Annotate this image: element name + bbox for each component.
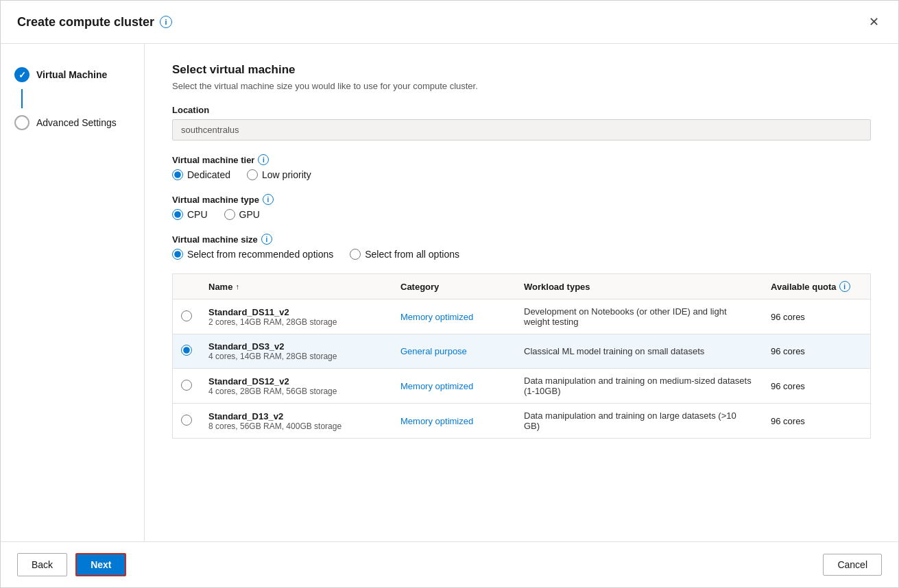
table-row[interactable]: Standard_D13_v2 8 cores, 56GB RAM, 400GB… bbox=[173, 404, 870, 438]
table-header: Name ↑ Category Workload types Available… bbox=[173, 274, 870, 299]
vm-type-radio-group: CPU GPU bbox=[172, 209, 871, 220]
row2-radio[interactable] bbox=[181, 345, 192, 356]
location-label: Location bbox=[172, 105, 871, 115]
row1-workload: Development on Notebooks (or other IDE) … bbox=[516, 306, 763, 327]
sidebar-connector bbox=[21, 89, 23, 108]
vm-type-gpu-radio[interactable] bbox=[224, 209, 235, 220]
vm-type-cpu-radio[interactable] bbox=[172, 209, 183, 220]
vm-size-recommended[interactable]: Select from recommended options bbox=[172, 249, 333, 260]
vm-tier-radio-group: Dedicated Low priority bbox=[172, 169, 871, 180]
row1-category[interactable]: Memory optimized bbox=[392, 312, 516, 322]
vm-size-info-icon[interactable]: i bbox=[261, 234, 272, 245]
row2-workload: Classical ML model training on small dat… bbox=[516, 346, 763, 356]
vm-size-label: Virtual machine size i bbox=[172, 234, 871, 245]
vm-type-gpu-label: GPU bbox=[239, 209, 260, 220]
row3-category[interactable]: Memory optimized bbox=[392, 381, 516, 391]
vm-size-all[interactable]: Select from all options bbox=[350, 249, 459, 260]
sidebar: ✓ Virtual Machine Advanced Settings bbox=[1, 44, 145, 541]
footer-left-actions: Back Next bbox=[17, 553, 126, 576]
col-quota: Available quota i bbox=[763, 281, 872, 292]
vm-tier-dedicated-radio[interactable] bbox=[172, 169, 183, 180]
step-circle-2 bbox=[14, 115, 29, 130]
vm-tier-label: Virtual machine tier i bbox=[172, 154, 871, 165]
row1-name: Standard_DS11_v2 2 cores, 14GB RAM, 28GB… bbox=[200, 307, 392, 327]
row1-select[interactable] bbox=[173, 310, 200, 323]
col-workload: Workload types bbox=[516, 281, 763, 292]
vm-size-options: Select from recommended options Select f… bbox=[172, 249, 871, 260]
main-content: Select virtual machine Select the virtua… bbox=[145, 44, 898, 541]
row4-radio[interactable] bbox=[181, 415, 192, 426]
row3-quota: 96 cores bbox=[763, 381, 872, 391]
vm-type-cpu[interactable]: CPU bbox=[172, 209, 208, 220]
location-input: southcentralus bbox=[172, 119, 871, 140]
row3-radio[interactable] bbox=[181, 380, 192, 391]
vm-tier-low-priority-label: Low priority bbox=[262, 169, 311, 180]
sidebar-label-advanced-settings: Advanced Settings bbox=[36, 117, 117, 128]
table-row[interactable]: Standard_DS12_v2 4 cores, 28GB RAM, 56GB… bbox=[173, 369, 870, 404]
row4-quota: 96 cores bbox=[763, 416, 872, 426]
row1-radio[interactable] bbox=[181, 310, 192, 321]
row4-category[interactable]: Memory optimized bbox=[392, 416, 516, 426]
row2-select[interactable] bbox=[173, 345, 200, 358]
col-name[interactable]: Name ↑ bbox=[200, 281, 392, 292]
step-circle-1: ✓ bbox=[14, 67, 29, 82]
vm-type-gpu[interactable]: GPU bbox=[224, 209, 260, 220]
dialog-info-icon[interactable]: i bbox=[160, 16, 172, 28]
dialog-header: Create compute cluster i ✕ bbox=[1, 1, 898, 44]
vm-size-recommended-label: Select from recommended options bbox=[187, 249, 333, 260]
row2-name: Standard_DS3_v2 4 cores, 14GB RAM, 28GB … bbox=[200, 341, 392, 361]
vm-type-info-icon[interactable]: i bbox=[263, 194, 274, 205]
dialog-body: ✓ Virtual Machine Advanced Settings Sele… bbox=[1, 44, 898, 541]
col-category: Category bbox=[392, 281, 516, 292]
vm-size-recommended-radio[interactable] bbox=[172, 249, 183, 260]
dialog-title-area: Create compute cluster i bbox=[17, 15, 172, 29]
back-button[interactable]: Back bbox=[17, 553, 67, 576]
dialog-title: Create compute cluster bbox=[17, 15, 154, 29]
vm-tier-dedicated[interactable]: Dedicated bbox=[172, 169, 230, 180]
vm-tier-dedicated-label: Dedicated bbox=[187, 169, 230, 180]
row2-category[interactable]: General purpose bbox=[392, 346, 516, 356]
row3-name: Standard_DS12_v2 4 cores, 28GB RAM, 56GB… bbox=[200, 376, 392, 396]
row2-quota: 96 cores bbox=[763, 346, 872, 356]
col-select bbox=[173, 281, 200, 292]
row4-name: Standard_D13_v2 8 cores, 56GB RAM, 400GB… bbox=[200, 411, 392, 431]
vm-tier-info-icon[interactable]: i bbox=[258, 154, 269, 165]
create-compute-cluster-dialog: Create compute cluster i ✕ ✓ Virtual Mac… bbox=[0, 0, 899, 588]
quota-info-icon[interactable]: i bbox=[839, 281, 850, 292]
table-row[interactable]: Standard_DS11_v2 2 cores, 14GB RAM, 28GB… bbox=[173, 299, 870, 334]
vm-size-all-label: Select from all options bbox=[365, 249, 459, 260]
close-button[interactable]: ✕ bbox=[866, 12, 882, 32]
name-sort-icon: ↑ bbox=[235, 282, 239, 291]
row3-select[interactable] bbox=[173, 380, 200, 393]
dialog-footer: Back Next Cancel bbox=[1, 541, 898, 587]
vm-table: Name ↑ Category Workload types Available… bbox=[172, 273, 871, 439]
vm-type-cpu-label: CPU bbox=[187, 209, 208, 220]
section-title: Select virtual machine bbox=[172, 63, 871, 77]
sidebar-item-advanced-settings[interactable]: Advanced Settings bbox=[1, 108, 144, 137]
sidebar-label-virtual-machine: Virtual Machine bbox=[36, 69, 107, 80]
next-button[interactable]: Next bbox=[75, 553, 126, 576]
table-row[interactable]: Standard_DS3_v2 4 cores, 14GB RAM, 28GB … bbox=[173, 334, 870, 369]
row3-workload: Data manipulation and training on medium… bbox=[516, 376, 763, 396]
row1-quota: 96 cores bbox=[763, 312, 872, 322]
section-subtitle: Select the virtual machine size you woul… bbox=[172, 81, 871, 91]
vm-type-label: Virtual machine type i bbox=[172, 194, 871, 205]
vm-size-all-radio[interactable] bbox=[350, 249, 361, 260]
sidebar-item-virtual-machine[interactable]: ✓ Virtual Machine bbox=[1, 60, 144, 89]
vm-tier-low-priority[interactable]: Low priority bbox=[247, 169, 311, 180]
cancel-button[interactable]: Cancel bbox=[823, 554, 882, 576]
row4-workload: Data manipulation and training on large … bbox=[516, 411, 763, 431]
vm-tier-low-priority-radio[interactable] bbox=[247, 169, 258, 180]
row4-select[interactable] bbox=[173, 415, 200, 428]
